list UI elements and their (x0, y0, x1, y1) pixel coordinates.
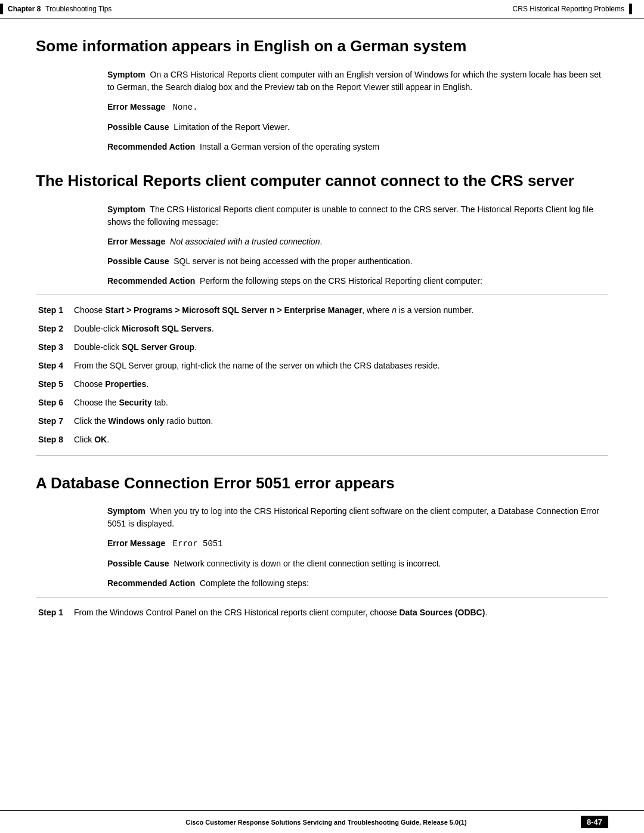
section2-action-label: Recommended Action (107, 276, 195, 286)
header-right-section: CRS Historical Reporting Problems (513, 5, 624, 13)
section-german-system: Some information appears in English on a… (36, 36, 608, 153)
header-right: CRS Historical Reporting Problems (513, 4, 632, 14)
chapter-section: Troubleshooting Tips (45, 5, 112, 13)
section3-symptom-text: When you try to log into the CRS Histori… (107, 506, 599, 528)
step-content: Click the Windows only radio button. (72, 412, 608, 431)
section1-error-label: Error Message (107, 102, 165, 112)
section1-error-value: None. (168, 103, 197, 112)
section2-error: Error Message Not associated with a trus… (107, 236, 608, 248)
section3-title: A Database Connection Error 5051 error a… (36, 473, 608, 494)
main-content: Some information appears in English on a… (0, 18, 644, 688)
section1-symptom-label: Symptom (107, 70, 145, 79)
section2-symptom-text: The CRS Historical Reports client comput… (107, 205, 593, 227)
section3-error: Error Message Error 5051 (107, 537, 608, 550)
step-label: Step 2 (36, 320, 72, 338)
section3-action-text: Complete the following steps: (197, 578, 309, 588)
section2-action-text: Perform the following steps on the CRS H… (197, 276, 482, 286)
section1-symptom-text: On a CRS Historical Reports client compu… (107, 70, 601, 92)
table-row: Step 7 Click the Windows only radio butt… (36, 412, 608, 431)
page-header: Chapter 8 Troubleshooting Tips CRS Histo… (0, 0, 644, 18)
section2-title: The Historical Reports client computer c… (36, 171, 608, 191)
table-row: Step 2 Double-click Microsoft SQL Server… (36, 320, 608, 338)
header-left-bar (0, 4, 3, 14)
section1-recommended-action: Recommended Action Install a German vers… (107, 141, 608, 153)
step-label: Step 7 (36, 412, 72, 431)
section-db-error: A Database Connection Error 5051 error a… (36, 473, 608, 623)
table-row: Step 5 Choose Properties. (36, 375, 608, 394)
section2-recommended-action: Recommended Action Perform the following… (107, 275, 608, 287)
step-label: Step 3 (36, 338, 72, 357)
section2-cause-text: SQL server is not being accessed with th… (171, 256, 412, 266)
section3-steps-divider-top (36, 597, 608, 597)
section3-cause-label: Possible Cause (107, 559, 169, 568)
section3-cause-text: Network connectivity is down or the clie… (171, 559, 441, 568)
footer-text: Cisco Customer Response Solutions Servic… (72, 819, 581, 826)
step-label: Step 5 (36, 375, 72, 394)
step-label: Step 6 (36, 394, 72, 412)
header-left: Chapter 8 Troubleshooting Tips (0, 4, 112, 14)
step-content: Choose the Security tab. (72, 394, 608, 412)
section3-possible-cause: Possible Cause Network connectivity is d… (107, 558, 608, 570)
section2-symptom: Symptom The CRS Historical Reports clien… (107, 203, 608, 228)
section1-body: Symptom On a CRS Historical Reports clie… (107, 69, 608, 153)
table-row: Step 4 From the SQL Server group, right-… (36, 357, 608, 375)
step-label: Step 8 (36, 431, 72, 449)
section1-possible-cause: Possible Cause Limitation of the Report … (107, 121, 608, 134)
step-content: Choose Start > Programs > Microsoft SQL … (72, 301, 608, 320)
footer-page-number: 8-47 (581, 816, 608, 828)
section2-error-value: Not associated with a trusted connection… (168, 237, 322, 246)
section3-action-label: Recommended Action (107, 578, 195, 588)
step-content: Choose Properties. (72, 375, 608, 394)
table-row: Step 1 From the Windows Control Panel on… (36, 603, 608, 622)
chapter-label: Chapter 8 (8, 5, 41, 13)
section1-title: Some information appears in English on a… (36, 36, 608, 57)
section3-recommended-action: Recommended Action Complete the followin… (107, 577, 608, 590)
table-row: Step 1 Choose Start > Programs > Microso… (36, 301, 608, 320)
section3-body: Symptom When you try to log into the CRS… (107, 505, 608, 590)
step-content: Double-click SQL Server Group. (72, 338, 608, 357)
section2-steps-divider-top (36, 295, 608, 295)
section1-error: Error Message None. (107, 101, 608, 114)
section-crs-connect: The Historical Reports client computer c… (36, 171, 608, 456)
header-right-bar (629, 4, 632, 14)
section3-error-label: Error Message (107, 538, 165, 548)
page-footer: Cisco Customer Response Solutions Servic… (0, 810, 644, 833)
section3-steps-table: Step 1 From the Windows Control Panel on… (36, 603, 608, 622)
section1-cause-label: Possible Cause (107, 122, 169, 132)
section3-symptom-label: Symptom (107, 506, 145, 516)
step-label: Step 1 (36, 603, 72, 622)
section1-cause-text: Limitation of the Report Viewer. (171, 122, 289, 132)
section2-cause-label: Possible Cause (107, 256, 169, 266)
section2-body: Symptom The CRS Historical Reports clien… (107, 203, 608, 287)
step-content: Click OK. (72, 431, 608, 449)
section2-steps-divider-bottom (36, 455, 608, 456)
section1-action-text: Install a German version of the operatin… (197, 142, 379, 151)
section2-symptom-label: Symptom (107, 205, 145, 214)
section3-symptom: Symptom When you try to log into the CRS… (107, 505, 608, 530)
section1-action-label: Recommended Action (107, 142, 195, 151)
section2-steps-table: Step 1 Choose Start > Programs > Microso… (36, 301, 608, 449)
step-content: Double-click Microsoft SQL Servers. (72, 320, 608, 338)
table-row: Step 6 Choose the Security tab. (36, 394, 608, 412)
step-label: Step 1 (36, 301, 72, 320)
step-label: Step 4 (36, 357, 72, 375)
section2-error-label: Error Message (107, 237, 165, 246)
table-row: Step 8 Click OK. (36, 431, 608, 449)
step-content: From the Windows Control Panel on the CR… (72, 603, 608, 622)
section1-symptom: Symptom On a CRS Historical Reports clie… (107, 69, 608, 94)
step-content: From the SQL Server group, right-click t… (72, 357, 608, 375)
section3-error-value: Error 5051 (168, 539, 222, 549)
table-row: Step 3 Double-click SQL Server Group. (36, 338, 608, 357)
section2-possible-cause: Possible Cause SQL server is not being a… (107, 255, 608, 268)
